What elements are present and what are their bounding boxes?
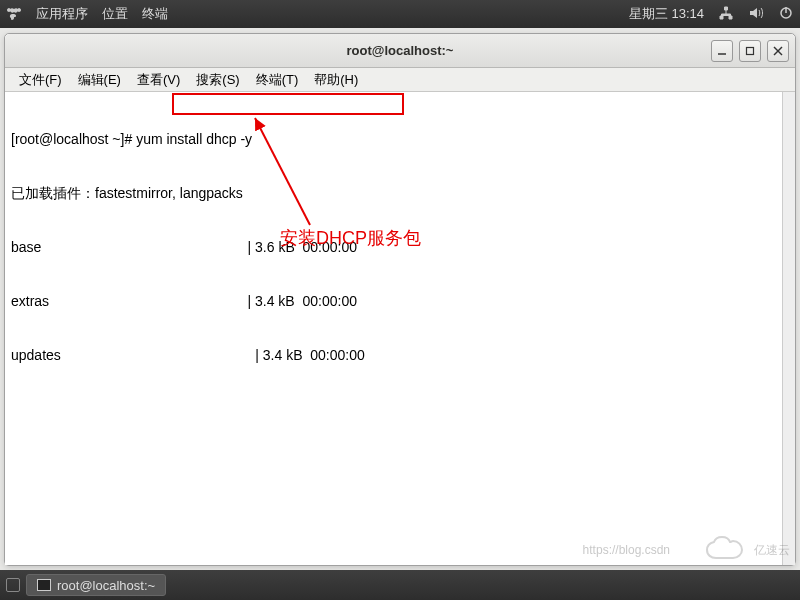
power-icon[interactable]: [778, 5, 794, 24]
menu-applications[interactable]: 应用程序: [36, 5, 88, 23]
menu-terminal[interactable]: 终端(T): [248, 69, 307, 91]
menu-terminal[interactable]: 终端: [142, 5, 168, 23]
scrollbar[interactable]: [782, 92, 795, 565]
watermark: https://blog.csdn 亿速云: [583, 536, 790, 564]
activities-icon[interactable]: [6, 6, 22, 22]
svg-rect-6: [747, 47, 754, 54]
volume-icon[interactable]: [748, 5, 764, 24]
prompt: [root@localhost ~]#: [11, 131, 136, 147]
terminal-window: root@localhost:~ 文件(F) 编辑(E) 查看(V) 搜索(S)…: [4, 33, 796, 566]
watermark-brand: 亿速云: [754, 542, 790, 559]
svg-rect-1: [729, 16, 732, 19]
taskbar-item-terminal[interactable]: root@localhost:~: [26, 574, 166, 596]
command-text: yum install dhcp -y: [136, 131, 252, 147]
menu-places[interactable]: 位置: [102, 5, 128, 23]
terminal-output[interactable]: [root@localhost ~]# yum install dhcp -y …: [5, 92, 795, 565]
minimize-button[interactable]: [711, 40, 733, 62]
svg-rect-0: [720, 16, 723, 19]
terminal-icon: [37, 579, 51, 591]
output-repo-extras: extras | 3.4 kB 00:00:00: [11, 292, 789, 310]
close-button[interactable]: [767, 40, 789, 62]
menu-view[interactable]: 查看(V): [129, 69, 188, 91]
clock[interactable]: 星期三 13:14: [629, 5, 704, 23]
desktop-top-panel: 应用程序 位置 终端 星期三 13:14: [0, 0, 800, 28]
menu-help[interactable]: 帮助(H): [306, 69, 366, 91]
desktop-taskbar: root@localhost:~: [0, 570, 800, 600]
prompt-line: [root@localhost ~]# yum install dhcp -y: [11, 130, 789, 148]
show-desktop-button[interactable]: [6, 578, 20, 592]
menu-file[interactable]: 文件(F): [11, 69, 70, 91]
menu-search[interactable]: 搜索(S): [188, 69, 247, 91]
network-icon[interactable]: [718, 5, 734, 24]
output-repo-updates: updates | 3.4 kB 00:00:00: [11, 346, 789, 364]
watermark-blog: https://blog.csdn: [583, 543, 670, 557]
cloud-icon: [704, 536, 750, 564]
output-plugins: 已加载插件：fastestmirror, langpacks: [11, 184, 789, 202]
window-title: root@localhost:~: [347, 43, 454, 58]
output-repo-base: base | 3.6 kB 00:00:00: [11, 238, 789, 256]
titlebar[interactable]: root@localhost:~: [5, 34, 795, 68]
menu-edit[interactable]: 编辑(E): [70, 69, 129, 91]
menubar: 文件(F) 编辑(E) 查看(V) 搜索(S) 终端(T) 帮助(H): [5, 68, 795, 92]
taskbar-item-label: root@localhost:~: [57, 578, 155, 593]
svg-rect-2: [725, 7, 728, 10]
maximize-button[interactable]: [739, 40, 761, 62]
